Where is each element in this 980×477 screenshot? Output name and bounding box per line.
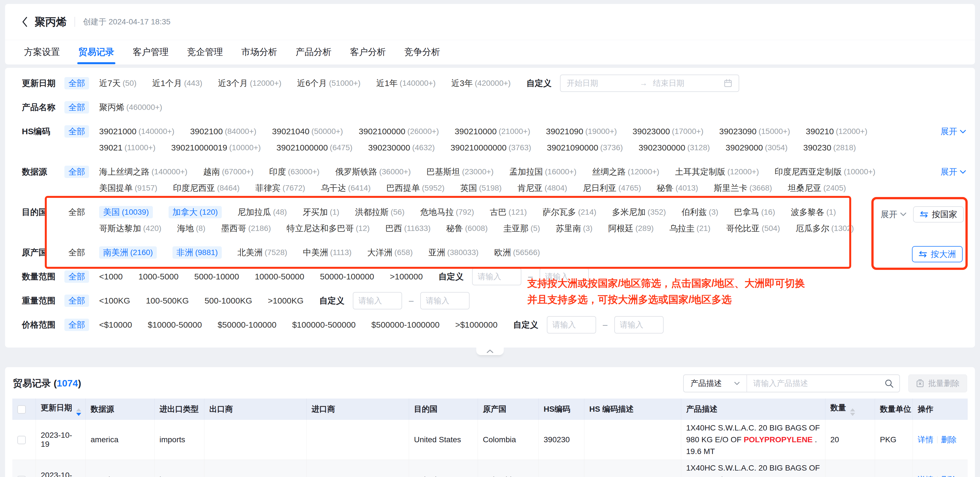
filter-option[interactable]: 墨西哥(2186) <box>221 222 271 235</box>
filter-all-option[interactable]: 全部 <box>64 125 89 137</box>
filter-option[interactable]: $500000-1000000 <box>371 319 440 331</box>
filter-option[interactable]: >100000 <box>390 270 423 283</box>
filter-option[interactable]: 亚洲(380033) <box>428 246 479 259</box>
filter-option[interactable]: 俄罗斯铁路(36000+) <box>335 166 411 178</box>
filter-option[interactable]: 多米尼加(352) <box>612 206 666 218</box>
filter-option[interactable]: $50000-100000 <box>218 319 276 331</box>
filter-option[interactable]: 3902300000(3128) <box>639 142 710 154</box>
filter-option[interactable]: 萨尔瓦多(214) <box>542 206 596 218</box>
filter-option[interactable]: 海地(8) <box>177 222 205 235</box>
filter-option[interactable]: 加拿大(120) <box>169 206 222 218</box>
detail-link[interactable]: 详情 <box>918 435 934 444</box>
custom-option[interactable]: 自定义 <box>319 295 344 306</box>
expand-toggle[interactable]: 展开 <box>940 126 966 137</box>
filter-option[interactable]: <1000 <box>99 270 123 283</box>
filter-option[interactable]: 39021(11000+) <box>99 142 155 154</box>
search-input[interactable] <box>747 375 879 391</box>
filter-option[interactable]: 390230000(4632) <box>368 142 435 154</box>
filter-option[interactable]: 非洲(9881) <box>172 246 222 259</box>
filter-option[interactable]: 美国提单(9157) <box>99 182 158 194</box>
filter-all-option[interactable]: 全部 <box>64 246 89 259</box>
column-header-qty[interactable]: 数量 <box>825 399 875 420</box>
range-min-input[interactable] <box>353 292 402 309</box>
search-icon[interactable] <box>879 379 899 388</box>
filter-option[interactable]: 哥伦比亚(504) <box>726 222 780 235</box>
detail-link[interactable]: 详情 <box>918 475 934 477</box>
filter-option[interactable]: 乌拉圭(21) <box>670 222 711 235</box>
custom-option[interactable]: 自定义 <box>527 78 552 89</box>
filter-option[interactable]: 3902100000(26000+) <box>359 125 439 137</box>
filter-option[interactable]: 巴基斯坦(23000+) <box>426 166 494 178</box>
range-min-input[interactable] <box>472 268 521 285</box>
filter-all-option[interactable]: 全部 <box>64 270 89 283</box>
filter-option[interactable]: 古巴(121) <box>490 206 527 218</box>
filter-option[interactable]: 100-500KG <box>146 295 189 307</box>
filter-option[interactable]: 3902100(84000+) <box>190 125 256 137</box>
filter-option[interactable]: 丝绸之路(12000+) <box>592 166 659 178</box>
batch-delete-button[interactable]: 批量删除 <box>908 375 967 392</box>
filter-option[interactable]: 39023000(17000+) <box>633 125 703 137</box>
filter-all-option[interactable]: 全部 <box>64 295 89 307</box>
filter-all-option[interactable]: 全部 <box>64 319 89 331</box>
row-checkbox[interactable] <box>18 476 26 477</box>
delete-link[interactable]: 删除 <box>941 435 957 444</box>
filter-option[interactable]: 近3年(420000+) <box>451 77 511 89</box>
filter-option[interactable]: <$10000 <box>99 319 132 331</box>
tab-6[interactable]: 产品分析 <box>294 40 332 64</box>
filter-option[interactable]: 尼日利亚(4765) <box>583 182 641 194</box>
filter-option[interactable]: 中美洲(1113) <box>303 246 352 259</box>
expand-toggle[interactable]: 展开 <box>940 166 966 178</box>
filter-option[interactable]: 10000-50000 <box>255 270 304 283</box>
filter-option[interactable]: 越南(67000+) <box>203 166 253 178</box>
range-max-input[interactable] <box>420 292 469 309</box>
country-expand-toggle[interactable]: 展开 <box>881 209 906 220</box>
filter-all-option[interactable]: 全部 <box>64 206 89 218</box>
tab-2[interactable]: 贸易记录 <box>77 40 115 64</box>
filter-option[interactable]: 39023090(15000+) <box>719 125 790 137</box>
filter-option[interactable]: 牙买加(1) <box>303 206 339 218</box>
tab-8[interactable]: 竞争分析 <box>403 40 441 64</box>
filter-option[interactable]: 孟加拉国(16000+) <box>509 166 576 178</box>
sort-icon[interactable] <box>76 408 81 416</box>
filter-option[interactable]: 聚丙烯(460000+) <box>99 101 162 113</box>
filter-option[interactable]: 大洋洲(658) <box>368 246 413 259</box>
filter-option[interactable]: 圭亚那(5) <box>503 222 540 235</box>
sort-icon[interactable] <box>850 408 855 416</box>
filter-option[interactable]: 近1个月(443) <box>152 77 202 89</box>
filter-option[interactable]: 印度(63000+) <box>269 166 320 178</box>
filter-option[interactable]: 390210(12000+) <box>806 125 867 137</box>
filter-option[interactable]: $10000-50000 <box>148 319 202 331</box>
range-max-input[interactable] <box>539 268 589 285</box>
filter-option[interactable]: 波多黎各(1) <box>791 206 836 218</box>
filter-option[interactable]: 39021000(140000+) <box>99 125 175 137</box>
filter-option[interactable]: 39021040(50000+) <box>272 125 343 137</box>
by-continent-button[interactable]: 按大洲 <box>912 246 963 262</box>
filter-option[interactable]: 南美洲(2160) <box>99 246 157 259</box>
tab-7[interactable]: 客户分析 <box>349 40 387 64</box>
tab-1[interactable]: 方案设置 <box>23 40 61 64</box>
filter-option[interactable]: 秘鲁(4013) <box>657 182 698 194</box>
filter-option[interactable]: 近1年(140000+) <box>376 77 436 89</box>
filter-option[interactable]: 伯利兹(3) <box>681 206 718 218</box>
filter-option[interactable]: 欧洲(56566) <box>494 246 540 259</box>
filter-option[interactable]: 肯尼亚(4804) <box>517 182 567 194</box>
filter-option[interactable]: 特立尼达和多巴哥(12) <box>287 222 370 235</box>
filter-option[interactable]: 39021090(19000+) <box>546 125 617 137</box>
filter-option[interactable]: 近6个月(51000+) <box>297 77 361 89</box>
filter-option[interactable]: 危地马拉(792) <box>420 206 474 218</box>
delete-link[interactable]: 删除 <box>941 475 957 477</box>
tab-3[interactable]: 客户管理 <box>132 40 170 64</box>
filter-option[interactable]: >1000KG <box>268 295 304 307</box>
filter-option[interactable]: 土耳其定制版(12000+) <box>675 166 759 178</box>
custom-option[interactable]: 自定义 <box>439 271 464 282</box>
filter-option[interactable]: 巴西提单(5952) <box>387 182 445 194</box>
filter-all-option[interactable]: 全部 <box>64 101 89 113</box>
filter-option[interactable]: 印度尼西亚定制版(10000+) <box>775 166 875 178</box>
filter-option[interactable]: 苏里南(3) <box>556 222 592 235</box>
filter-option[interactable]: 乌干达(6414) <box>321 182 371 194</box>
filter-option[interactable]: 390210000000(3763) <box>450 142 531 154</box>
filter-option[interactable]: 390210000(21000+) <box>455 125 530 137</box>
range-max-input[interactable] <box>614 316 663 333</box>
filter-option[interactable]: 厄瓜多尔(1302) <box>796 222 854 235</box>
by-country-button[interactable]: 按国家 <box>913 206 964 223</box>
